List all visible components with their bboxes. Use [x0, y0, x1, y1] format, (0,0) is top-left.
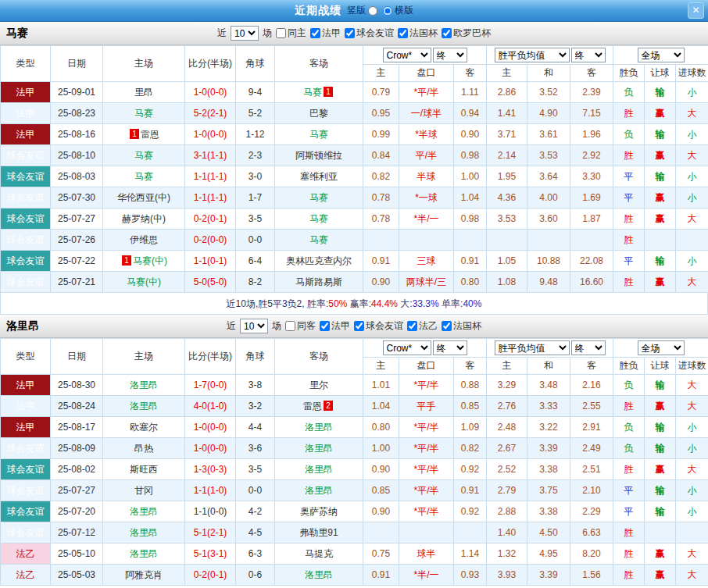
avg-home: 2.48 [487, 417, 527, 438]
filter-matches-label: 场 [263, 27, 272, 40]
sub-col-header: 主 [363, 65, 399, 82]
filter-check-欧罗巴杯[interactable]: 欧罗巴杯 [442, 27, 491, 40]
match-date: 25-08-10 [51, 145, 103, 166]
wdl-average-select[interactable]: 胜平负均值 [495, 340, 570, 355]
full-match-select[interactable]: 全场 [638, 48, 685, 62]
odds-home: 0.91 [363, 251, 399, 272]
filter-check-法国杯[interactable]: 法国杯 [398, 27, 438, 40]
avg-final-select[interactable]: 终 [571, 48, 606, 62]
filter-check-同主[interactable]: 同主 [276, 27, 306, 40]
layout-horizontal-option[interactable]: 横版 [383, 4, 413, 17]
avg-away: 2.10 [570, 480, 613, 501]
team-name-text: 奥林匹克查内尔 [286, 255, 352, 266]
score: 5-1(3-1) [185, 543, 236, 565]
close-icon[interactable]: ✕ [688, 2, 704, 19]
team-name-text: 华伦西亚(中) [117, 192, 170, 203]
summary-part: 33.3% [413, 298, 439, 309]
col-header-比分(半场): 比分(半场) [185, 46, 236, 82]
match-count-select[interactable]: 10 [231, 26, 259, 41]
result-handicap: 输 [645, 417, 676, 438]
avg-draw: 3.38 [527, 459, 570, 480]
checkbox-球会友谊[interactable] [354, 321, 364, 331]
match-type: 球会友谊 [1, 501, 51, 522]
checkbox-欧罗巴杯[interactable] [442, 28, 452, 38]
team-name-text: 里昂 [134, 87, 153, 98]
checkbox-法国杯[interactable] [442, 321, 452, 331]
match-date: 25-07-26 [51, 230, 103, 251]
filter-check-同客[interactable]: 同客 [285, 319, 316, 333]
bookmaker-select[interactable]: Crow* [383, 340, 431, 355]
home-team: 洛里昂 [103, 375, 185, 396]
team-name-text: 马赛 [134, 171, 153, 182]
checkbox-法国杯[interactable] [398, 28, 408, 38]
match-row: 法甲25-08-23马赛5-2(2-1)5-2巴黎0.95一/球半0.941.4… [1, 103, 708, 124]
avg-home: 2.67 [487, 438, 527, 459]
sub-col-header: 让球 [645, 358, 676, 375]
result-goals: 大 [676, 272, 708, 293]
horizontal-radio[interactable] [383, 6, 392, 16]
checkbox-法甲[interactable] [320, 321, 330, 331]
team-name-text: 马赛 [303, 87, 322, 98]
match-date: 25-08-30 [51, 375, 103, 396]
result-wdl: 负 [613, 438, 645, 459]
result-goals: 小 [676, 166, 708, 187]
filter-check-法乙[interactable]: 法乙 [407, 319, 438, 333]
avg-away: 6.63 [570, 522, 613, 543]
filter-check-法国杯[interactable]: 法国杯 [442, 319, 481, 333]
checkbox-同客[interactable] [285, 321, 295, 331]
result-handicap: 输 [645, 166, 676, 187]
odds-away: 0.82 [454, 438, 487, 459]
handicap: *半/一 [399, 565, 454, 586]
sub-col-header: 客 [570, 358, 613, 375]
filter-check-球会友谊[interactable]: 球会友谊 [354, 319, 403, 333]
score: 0-2(0-0) [185, 230, 236, 251]
away-team: 弗勒里91 [275, 522, 363, 543]
odds-home: 0.82 [363, 166, 399, 187]
score: 0-2(0-1) [185, 208, 236, 230]
avg-draw: 3.48 [527, 375, 570, 396]
avg-draw: 3.64 [527, 166, 570, 187]
avg-final-select[interactable]: 终 [571, 340, 606, 355]
result-goals: 大 [676, 396, 708, 417]
handicap: *半/一 [399, 208, 454, 230]
odds-away: 1.14 [454, 543, 487, 565]
odds-home: 0.84 [363, 145, 399, 166]
odds-away: 1.00 [454, 166, 487, 187]
checkbox-球会友谊[interactable] [345, 28, 355, 38]
checkbox-法甲[interactable] [310, 28, 320, 38]
corners: 6-3 [236, 543, 275, 565]
match-type: 球会友谊 [1, 145, 51, 166]
layout-vertical-option[interactable]: 竖版 [347, 4, 377, 17]
away-team: 马赛 [275, 230, 363, 251]
odds-home: 1.04 [363, 396, 399, 417]
odds-final-select[interactable]: 终 [433, 340, 467, 355]
match-date: 25-09-01 [51, 82, 103, 103]
odds-final-select[interactable]: 终 [433, 48, 467, 62]
col-header-类型: 类型 [1, 46, 51, 82]
bookmaker-select[interactable]: Crow* [383, 48, 431, 62]
team-name-text: 洛里昂 [130, 380, 158, 390]
avg-draw: 4.00 [527, 187, 570, 208]
checkbox-同主[interactable] [276, 28, 286, 38]
result-handicap: 输 [645, 501, 676, 522]
full-match-select[interactable]: 全场 [638, 340, 685, 355]
avg-away: 1.69 [570, 187, 613, 208]
home-team: 斯旺西 [103, 459, 185, 480]
vertical-radio[interactable] [368, 6, 377, 16]
filter-check-球会友谊[interactable]: 球会友谊 [345, 27, 394, 40]
result-wdl: 胜 [613, 565, 645, 586]
filter-bar: 近10场同主法甲球会友谊法国杯欧罗巴杯 [0, 26, 708, 41]
corners: 1-7 [236, 187, 275, 208]
home-team: 马赛(中) [103, 272, 185, 293]
result-handicap: 赢 [645, 187, 676, 208]
handicap [399, 522, 454, 543]
match-count-select[interactable]: 10 [240, 319, 268, 333]
sub-col-header: 胜负 [613, 65, 645, 82]
match-type: 球会友谊 [1, 480, 51, 501]
handicap: 两球半/三 [399, 272, 454, 293]
filter-check-法甲[interactable]: 法甲 [310, 27, 341, 40]
checkbox-法乙[interactable] [407, 321, 417, 331]
filter-check-法甲[interactable]: 法甲 [320, 319, 350, 333]
team-name: 洛里昂 [0, 319, 39, 333]
wdl-average-select[interactable]: 胜平负均值 [495, 48, 570, 62]
